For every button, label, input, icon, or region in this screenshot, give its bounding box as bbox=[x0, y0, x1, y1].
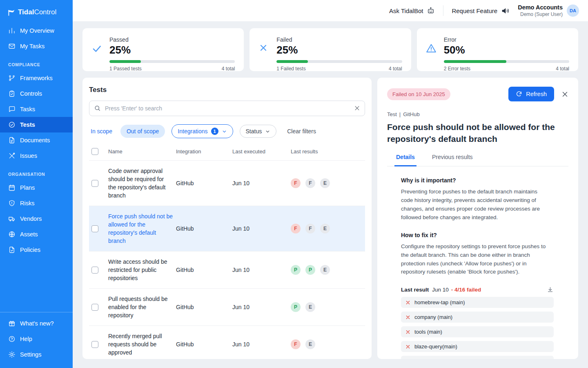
repo-result-row: blaze-query(main) bbox=[401, 341, 554, 352]
gift-icon bbox=[8, 320, 16, 327]
sidebar-item-label: Plans bbox=[20, 184, 35, 191]
search-icon bbox=[94, 105, 101, 112]
sidebar-item-vendors[interactable]: Vendors bbox=[0, 211, 73, 227]
sidebar-item-label: Assets bbox=[20, 231, 38, 238]
result-badge: F bbox=[305, 178, 315, 188]
refresh-icon bbox=[516, 91, 522, 97]
sidebar-item-risks[interactable]: Risks bbox=[0, 195, 73, 211]
check-circle-icon bbox=[8, 121, 16, 128]
result-badge: F bbox=[291, 224, 301, 233]
test-name[interactable]: Recently merged pull requests should be … bbox=[108, 332, 173, 357]
filter-status[interactable]: Status bbox=[240, 125, 277, 138]
chevron-down-icon bbox=[265, 129, 270, 134]
sidebar-item-label: Tasks bbox=[20, 106, 35, 112]
sidebar-item-help[interactable]: Help bbox=[0, 331, 73, 347]
overview-icon bbox=[8, 27, 16, 34]
row-checkbox[interactable] bbox=[91, 180, 98, 187]
sidebar-item-label: Policies bbox=[20, 247, 40, 253]
stat-body: Passed 25% 1 Passed tests 4 total bbox=[109, 36, 235, 65]
sidebar-item-assets[interactable]: Assets bbox=[0, 227, 73, 242]
sidebar: TidalControl My Overview My Tasks COMPLI… bbox=[0, 0, 73, 368]
result-badge: E bbox=[320, 178, 330, 188]
stat-foot: 1 Failed tests 4 total bbox=[276, 66, 402, 72]
request-feature-link[interactable]: Request Feature bbox=[452, 7, 510, 15]
test-integration: GitHub bbox=[176, 304, 232, 310]
details-top-bar: Failed on 10 Jun 2025 Refresh bbox=[387, 87, 568, 101]
sidebar-item-label: What's new? bbox=[20, 320, 54, 327]
topbar-divider bbox=[443, 5, 443, 16]
repo-result-row: infrastructure (main) bbox=[401, 356, 554, 359]
table-row[interactable]: Recently merged pull requests should be … bbox=[89, 325, 365, 359]
ask-tidalbot-link[interactable]: Ask TidalBot bbox=[389, 7, 435, 15]
sidebar-item-tasks[interactable]: Tasks bbox=[0, 101, 73, 117]
search-clear-icon[interactable] bbox=[354, 105, 360, 111]
sidebar-item-issues[interactable]: Issues bbox=[0, 148, 73, 164]
sidebar-section-organisation: ORGANISATION bbox=[0, 164, 73, 180]
tab-previous-results[interactable]: Previous results bbox=[430, 154, 474, 166]
brand-logo-icon bbox=[7, 9, 15, 16]
sidebar-item-frameworks[interactable]: Frameworks bbox=[0, 70, 73, 86]
sidebar-item-plans[interactable]: Plans bbox=[0, 180, 73, 195]
brand-name: TidalControl bbox=[18, 8, 56, 16]
test-name[interactable]: Force push should not be allowed for the… bbox=[108, 212, 173, 245]
sidebar-item-my-overview[interactable]: My Overview bbox=[0, 23, 73, 38]
sidebar-item-controls[interactable]: Controls bbox=[0, 86, 73, 101]
account-menu[interactable]: Demo Accounts Demo (Super User) DA bbox=[518, 4, 579, 17]
table-row[interactable]: Write access should be restricted for pu… bbox=[89, 251, 365, 288]
filter-integrations[interactable]: Integrations 1 bbox=[172, 124, 233, 138]
table-row[interactable]: Code owner approval should be required f… bbox=[89, 160, 365, 206]
filter-out-of-scope[interactable]: Out of scope bbox=[120, 125, 165, 138]
test-name[interactable]: Write access should be restricted for pu… bbox=[108, 258, 173, 282]
stat-card-error: Error 50% 2 Error tests 4 total bbox=[417, 28, 578, 71]
test-integration: GitHub bbox=[176, 180, 232, 186]
close-icon[interactable] bbox=[561, 91, 568, 98]
stat-percent: 25% bbox=[276, 44, 402, 56]
error-warning-icon bbox=[426, 43, 437, 65]
clipboard-icon bbox=[8, 90, 16, 97]
test-name[interactable]: Pull requests should be enabled for the … bbox=[108, 295, 173, 319]
result-badge: P bbox=[305, 265, 315, 275]
row-checkbox[interactable] bbox=[91, 341, 98, 348]
table-row[interactable]: Pull requests should be enabled for the … bbox=[89, 288, 365, 325]
robot-icon bbox=[427, 7, 435, 15]
content: Passed 25% 1 Passed tests 4 total Failed… bbox=[73, 22, 588, 368]
sidebar-item-tests[interactable]: Tests bbox=[0, 117, 73, 132]
stat-body: Failed 25% 1 Failed tests 4 total bbox=[276, 36, 402, 65]
sidebar-item-label: Documents bbox=[20, 137, 50, 144]
filter-integrations-label: Integrations bbox=[178, 128, 207, 135]
brand-logo[interactable]: TidalControl bbox=[0, 7, 73, 23]
filter-in-scope[interactable]: In scope bbox=[89, 128, 114, 135]
sidebar-item-settings[interactable]: Settings bbox=[0, 347, 73, 362]
avatar[interactable]: DA bbox=[567, 4, 579, 17]
row-checkbox[interactable] bbox=[91, 304, 98, 311]
test-last-executed: Jun 10 bbox=[232, 341, 291, 348]
search-input[interactable] bbox=[89, 101, 365, 116]
repo-result-row: homebrew-tap (main) bbox=[401, 297, 554, 308]
stat-count: 1 Failed tests bbox=[276, 66, 305, 72]
result-badge: P bbox=[291, 302, 301, 312]
brand-bold: Tidal bbox=[18, 8, 34, 16]
sidebar-item-my-tasks[interactable]: My Tasks bbox=[0, 38, 73, 54]
breadcrumb-separator: | bbox=[399, 111, 401, 117]
select-all-checkbox[interactable] bbox=[91, 148, 98, 155]
download-icon[interactable] bbox=[547, 286, 554, 293]
table-row-selected[interactable]: Force push should not be allowed for the… bbox=[89, 206, 365, 251]
progress-fill bbox=[276, 60, 308, 63]
column-header-name: Name bbox=[108, 148, 173, 155]
progress-track bbox=[276, 60, 402, 63]
row-checkbox[interactable] bbox=[91, 267, 98, 274]
repo-name: company (main) bbox=[414, 314, 452, 320]
sidebar-item-whats-new[interactable]: What's new? bbox=[0, 316, 73, 331]
help-icon bbox=[8, 335, 16, 343]
test-name[interactable]: Code owner approval should be required f… bbox=[108, 167, 173, 200]
last-result-row: Last result Jun 10 - 4/16 failed bbox=[401, 286, 554, 293]
tab-details[interactable]: Details bbox=[394, 154, 416, 166]
result-badge: E bbox=[320, 224, 330, 233]
refresh-button[interactable]: Refresh bbox=[508, 87, 554, 101]
fail-x-icon bbox=[405, 344, 410, 349]
clear-filters-button[interactable]: Clear filters bbox=[287, 128, 316, 135]
row-checkbox[interactable] bbox=[91, 225, 98, 232]
stat-foot: 2 Error tests 4 total bbox=[444, 66, 569, 72]
sidebar-item-documents[interactable]: Documents bbox=[0, 132, 73, 148]
sidebar-item-policies[interactable]: Policies bbox=[0, 242, 73, 258]
